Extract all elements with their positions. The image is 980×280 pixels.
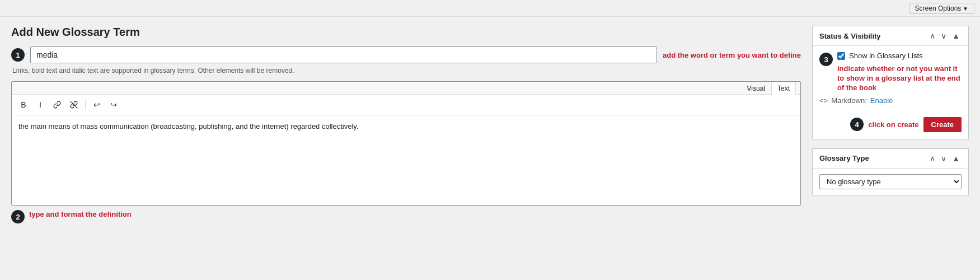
glossary-type-title: Glossary Type <box>819 154 869 162</box>
status-visibility-panel: Status & Visibility ∧ ∨ ▲ 3 Show in Glos… <box>812 26 969 139</box>
editor-toolbar: B I ↩ ↪ <box>12 95 800 115</box>
markdown-label: Markdown: <box>831 96 867 105</box>
panel-down-button[interactable]: ∨ <box>939 31 948 41</box>
italic-button[interactable]: I <box>33 98 48 111</box>
definition-hint-row: 2 type and format the definition <box>11 210 801 223</box>
badge-2: 2 <box>11 210 25 223</box>
bold-button[interactable]: B <box>16 98 31 111</box>
create-hint: click on create <box>868 120 918 129</box>
tab-text[interactable]: Text <box>771 82 796 95</box>
main-content: Add New Glossary Term 1 add the word or … <box>0 17 980 232</box>
left-column: Add New Glossary Term 1 add the word or … <box>11 26 801 223</box>
editor-wrap: Visual Text B I <box>11 81 801 206</box>
top-bar: Screen Options <box>0 0 980 17</box>
editor-content[interactable]: the main means of mass communication (br… <box>12 115 800 205</box>
page-title: Add New Glossary Term <box>11 26 801 39</box>
term-hint: add the word or term you want to define <box>663 51 801 59</box>
screen-options-button[interactable]: Screen Options <box>909 3 974 14</box>
glossary-type-panel: Glossary Type ∧ ∨ ▲ No glossary type Fic… <box>812 148 969 195</box>
notice-text: Links, bold text and italic text are sup… <box>11 67 801 74</box>
status-panel-title: Status & Visibility <box>819 32 881 40</box>
glossary-type-header: Glossary Type ∧ ∨ ▲ <box>813 149 968 169</box>
code-icon: <> <box>819 96 828 105</box>
redo-button[interactable]: ↪ <box>106 98 121 111</box>
toolbar-separator <box>85 99 86 110</box>
tab-visual[interactable]: Visual <box>741 82 771 95</box>
glossary-panel-up[interactable]: ∧ <box>928 153 937 164</box>
status-panel-header: Status & Visibility ∧ ∨ ▲ <box>813 26 968 46</box>
show-glossary-row: Show in Glossary Lists <box>837 52 962 60</box>
editor-text: the main means of mass communication (br… <box>18 122 358 130</box>
show-in-glossary-checkbox[interactable] <box>837 52 845 60</box>
show-glossary-label: Show in Glossary Lists <box>849 52 923 60</box>
link-button[interactable] <box>50 99 64 111</box>
status-panel-body: 3 Show in Glossary Lists indicate whethe… <box>813 46 968 117</box>
unlink-button[interactable] <box>67 99 81 111</box>
panel-collapse-button[interactable]: ▲ <box>950 31 962 41</box>
panel-up-button[interactable]: ∧ <box>928 31 937 41</box>
definition-hint: type and format the definition <box>29 210 132 218</box>
create-button[interactable]: Create <box>923 117 962 132</box>
term-input-row: 1 add the word or term you want to defin… <box>11 46 801 63</box>
markdown-row: <> Markdown: Enable <box>819 96 962 105</box>
show-glossary-hint: indicate whether or not you want it to s… <box>837 64 962 93</box>
glossary-panel-down[interactable]: ∨ <box>939 153 948 164</box>
undo-button[interactable]: ↩ <box>90 98 104 111</box>
glossary-panel-controls: ∧ ∨ ▲ <box>928 153 962 164</box>
markdown-enable-link[interactable]: Enable <box>870 96 893 105</box>
right-sidebar: Status & Visibility ∧ ∨ ▲ 3 Show in Glos… <box>812 26 969 223</box>
editor-tabs: Visual Text <box>12 82 800 95</box>
badge-4: 4 <box>850 118 864 131</box>
panel-controls: ∧ ∨ ▲ <box>928 31 962 41</box>
glossary-type-select[interactable]: No glossary type Fiction Non-fiction <box>819 174 962 189</box>
glossary-panel-collapse[interactable]: ▲ <box>950 153 962 164</box>
glossary-select-wrap: No glossary type Fiction Non-fiction <box>813 169 968 195</box>
badge-1: 1 <box>11 48 25 62</box>
badge-3: 3 <box>819 53 833 66</box>
term-input[interactable] <box>30 46 657 63</box>
